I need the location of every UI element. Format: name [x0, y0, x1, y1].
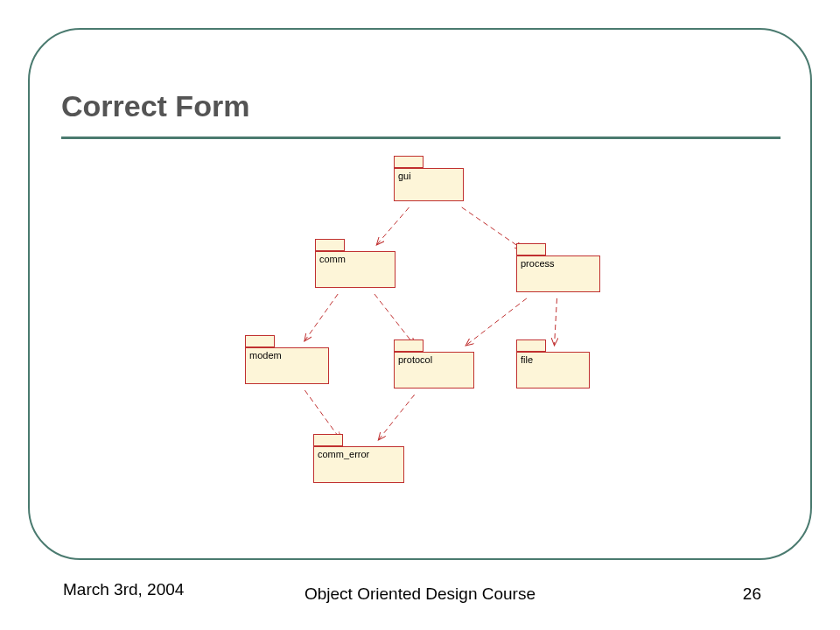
package-tab — [245, 335, 275, 347]
package-body: file — [516, 352, 590, 388]
dependency-arrow — [304, 294, 338, 341]
footer-course: Object Oriented Design Course — [0, 584, 840, 604]
dependency-arrow — [304, 390, 340, 440]
package-tab — [313, 434, 343, 446]
dependency-arrows — [245, 156, 648, 506]
package-body: gui — [394, 168, 464, 201]
dependency-arrow — [466, 298, 527, 346]
dependency-arrow — [374, 294, 415, 346]
package-tab — [315, 239, 345, 251]
dependency-arrow — [555, 298, 557, 346]
dependency-arrow — [376, 207, 409, 245]
package-tab — [394, 340, 424, 352]
package-tab — [516, 243, 546, 256]
package-tab — [516, 340, 546, 352]
package-body: process — [516, 256, 600, 292]
dependency-arrow — [462, 207, 523, 249]
title-underline — [61, 136, 780, 139]
slide-title: Correct Form — [61, 89, 249, 123]
dependency-arrow — [378, 395, 414, 440]
footer-page: 26 — [743, 584, 761, 604]
package-tab — [394, 156, 424, 168]
package-body: comm_error — [313, 446, 404, 483]
package-body: modem — [245, 347, 329, 384]
package-diagram: guicommprocessmodemprotocolfilecomm_erro… — [245, 156, 648, 506]
package-body: protocol — [394, 352, 474, 388]
package-body: comm — [315, 251, 396, 288]
